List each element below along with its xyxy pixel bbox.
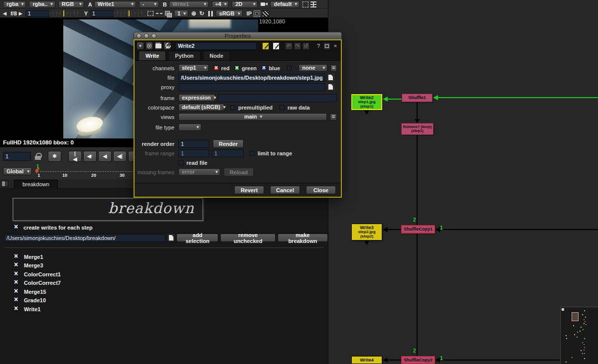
help-button[interactable]: ? (315, 42, 322, 50)
view-mode-dropdown[interactable]: 2D (232, 1, 258, 8)
reload-button[interactable]: Reload (224, 168, 254, 176)
render-button[interactable]: Render (213, 139, 244, 148)
breakdown-path-input[interactable] (4, 234, 165, 242)
edit-all-icon[interactable] (273, 42, 280, 50)
region-of-interest-icon[interactable] (148, 11, 153, 16)
center-node-icon[interactable] (146, 42, 153, 50)
read-file-checkbox[interactable] (178, 160, 183, 165)
alpha-checkbox[interactable] (287, 66, 292, 71)
render-order-input[interactable] (178, 140, 209, 148)
premultiplied-checkbox[interactable] (230, 105, 235, 110)
node-checkbox[interactable] (14, 254, 19, 259)
viewer-attach-icon[interactable] (154, 42, 162, 50)
transport-button-0[interactable]: |◀ (68, 151, 82, 162)
views-equals-button[interactable]: = (330, 114, 337, 121)
properties-titlebar[interactable]: Properties (134, 32, 342, 39)
wrench-icon[interactable] (163, 42, 171, 50)
node-check-row-merge1[interactable]: Merge1 (0, 252, 199, 261)
red-checkbox[interactable] (214, 66, 218, 71)
fstop-prev-icon[interactable]: ◀ (3, 11, 6, 16)
tab-node[interactable]: Node (203, 51, 231, 60)
remove-unchecked-button[interactable]: remove unchecked (220, 234, 275, 242)
frame-expression-input[interactable] (218, 94, 337, 102)
node-check-row-write1[interactable]: Write1 (0, 305, 199, 313)
pane-split-icon[interactable] (1, 181, 8, 187)
tab-breakdown[interactable]: breakdown (14, 180, 58, 189)
node-graph-minimap[interactable] (560, 307, 598, 364)
blue-checkbox[interactable] (262, 66, 266, 71)
file-type-dropdown[interactable] (178, 123, 201, 131)
display-channels-dropdown[interactable]: RGB (58, 1, 84, 8)
file-browser-icon[interactable] (167, 234, 174, 242)
colorspace-dropdown[interactable]: default (sRGB) (178, 104, 224, 111)
roi-icon[interactable]: ⊕ (191, 10, 196, 17)
limit-to-range-checkbox[interactable] (250, 151, 255, 156)
fstop-next-icon[interactable]: ▶ (19, 11, 22, 16)
green-checkbox[interactable] (235, 66, 239, 71)
node-check-row-merge3[interactable]: Merge3 (0, 261, 199, 270)
add-selection-button[interactable]: add selection (176, 234, 218, 242)
channels-dropdown[interactable]: step1 (178, 64, 209, 72)
blend-mode-dropdown[interactable]: - (139, 1, 159, 8)
frame-range-to-input[interactable] (212, 149, 244, 157)
proxy-browse-icon[interactable] (327, 83, 335, 91)
views-dropdown[interactable]: main (178, 113, 327, 121)
node-remove7[interactable]: Remove7 (keep) (step1) (401, 123, 434, 135)
node-checkbox[interactable] (14, 272, 19, 277)
node-checkbox[interactable] (14, 289, 19, 294)
float-panel-button[interactable] (323, 42, 330, 50)
frame-range-from-input[interactable] (178, 149, 209, 157)
raw-data-checkbox[interactable] (280, 105, 285, 110)
node-name-input[interactable] (175, 42, 257, 50)
node-graph[interactable]: 2 1 2 1 Write2 step1.jpg (step1) Shuffle… (328, 0, 598, 364)
checker-icon[interactable] (262, 10, 269, 17)
render-camera-icon[interactable] (261, 1, 268, 7)
layers-icon[interactable] (165, 11, 171, 16)
node-shufflecopy2[interactable]: ShuffleCopy2 (401, 356, 435, 364)
gamma-slider[interactable] (114, 11, 145, 15)
stack-icon[interactable] (310, 1, 316, 7)
layer-a-dropdown[interactable]: rgba (3, 1, 26, 8)
framed-icon[interactable] (254, 10, 260, 17)
node-write3[interactable]: Write3 step2.jpg (step2) (351, 224, 382, 241)
node-check-row-colorcorrect1[interactable]: ColorCorrect1 (0, 270, 199, 278)
file-input[interactable] (178, 74, 325, 82)
input-a-dropdown[interactable]: Write1 (94, 1, 136, 8)
node-checkbox[interactable] (14, 307, 19, 312)
mask-channel-dropdown[interactable]: none (299, 64, 327, 72)
node-check-row-merge15[interactable]: Merge15 (0, 287, 199, 296)
layout-default-dropdown[interactable]: default (270, 1, 299, 8)
node-shufflecopy1[interactable]: ShuffleCopy1 (401, 225, 435, 234)
revert-history-button[interactable]: ↺ (302, 42, 309, 50)
node-checkbox[interactable] (14, 298, 19, 303)
minimap-viewport[interactable] (572, 312, 579, 321)
crop-icon[interactable] (302, 1, 308, 7)
node-checkbox[interactable] (14, 280, 19, 285)
node-write4[interactable]: Write4 (351, 356, 382, 364)
revert-button[interactable]: Revert (234, 186, 264, 194)
input-process-toggle[interactable]: IP (247, 10, 252, 16)
transport-button-3[interactable]: ◀| (113, 151, 127, 162)
channels-equals-button[interactable]: = (330, 65, 337, 72)
viewer-colorspace-dropdown[interactable]: sRGB (216, 10, 243, 17)
create-writes-checkbox[interactable] (14, 225, 19, 230)
proxy-input[interactable] (178, 83, 325, 91)
panel-menu-icon[interactable]: ▼ (137, 42, 144, 50)
close-panel-button[interactable]: × (332, 42, 339, 50)
tab-python[interactable]: Python (168, 51, 200, 60)
frame-mode-dropdown[interactable]: expression (178, 94, 215, 102)
undo-button[interactable]: ↶ (285, 42, 292, 50)
layer-b-dropdown[interactable]: rgba.. (29, 1, 55, 8)
redo-button[interactable]: ↷ (294, 42, 301, 50)
file-browse-icon[interactable] (327, 74, 335, 81)
pause-icon[interactable] (208, 11, 213, 16)
transport-button-2[interactable]: ◀ (98, 151, 112, 162)
input-number-dropdown[interactable]: 1 (174, 10, 188, 17)
gain-slider[interactable] (49, 11, 80, 15)
pause-render-button[interactable]: ❄ (48, 151, 61, 162)
gain-input[interactable] (25, 10, 49, 17)
gamma-input[interactable] (90, 10, 114, 17)
current-frame-input[interactable] (3, 152, 31, 161)
make-breakdown-button[interactable]: make breakdown (278, 234, 328, 242)
node-check-row-colorcorrect7[interactable]: ColorCorrect7 (0, 279, 199, 287)
